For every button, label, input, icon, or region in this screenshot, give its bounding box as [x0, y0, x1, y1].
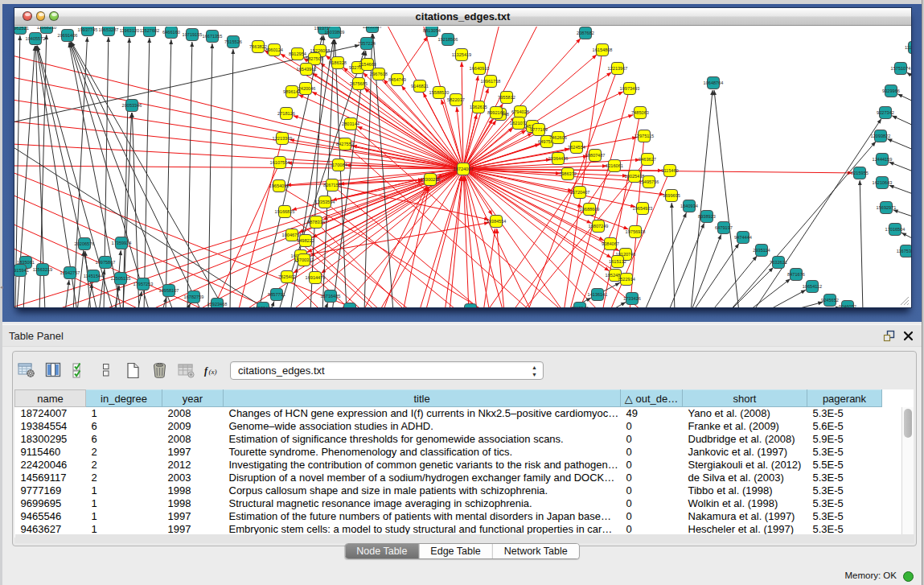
table-row[interactable]: 969969511998Structural magnetic resonanc… [15, 497, 882, 510]
graph-node[interactable]: 5822037 [447, 94, 465, 106]
graph-node[interactable]: 16914479 [306, 272, 326, 284]
graph-node[interactable]: 20691406 [58, 30, 78, 42]
graph-node[interactable]: 19654923 [633, 203, 653, 215]
graph-node[interactable]: 6794028 [511, 106, 529, 118]
graph-node[interactable]: 8454749 [388, 74, 406, 86]
graph-node[interactable]: 11563219 [33, 264, 52, 276]
graph-node[interactable]: 10648764 [704, 77, 724, 89]
black-edge[interactable] [765, 290, 806, 307]
graph-node[interactable]: 10688609 [580, 204, 600, 216]
column-header-pagerank[interactable]: pagerank [807, 390, 882, 407]
graph-node[interactable]: 2935114 [753, 245, 770, 257]
graph-node[interactable]: 11527602 [140, 27, 159, 37]
graph-node[interactable]: 9463627 [639, 154, 656, 166]
select-all-icon[interactable] [71, 360, 88, 380]
graph-node[interactable]: 8912954 [289, 48, 306, 60]
black-edge[interactable] [187, 42, 192, 307]
graph-node[interactable]: 1615132 [609, 256, 626, 268]
graph-node[interactable]: 16640910 [470, 63, 490, 75]
graph-node[interactable]: 9699695 [663, 190, 680, 202]
graph-node[interactable]: 9777169 [530, 124, 548, 136]
red-edge[interactable] [463, 169, 477, 307]
graph-node[interactable]: 8471676 [787, 269, 805, 281]
graph-node[interactable]: 9896142 [283, 86, 301, 98]
graph-node[interactable]: 8267150 [323, 179, 341, 192]
select-columns-icon[interactable] [44, 360, 62, 380]
black-edge[interactable] [729, 142, 876, 307]
graph-node[interactable]: 20364436 [548, 153, 569, 165]
tab-edge-table[interactable]: Edge Table [419, 544, 492, 558]
graph-node[interactable]: 10719155 [183, 29, 203, 41]
graph-node[interactable]: 17359924 [112, 237, 132, 249]
graph-node[interactable]: 10958107 [159, 285, 179, 297]
close-panel-icon[interactable] [903, 331, 914, 341]
graph-node[interactable]: 9329966 [882, 85, 900, 97]
graph-node[interactable]: 3624554 [568, 142, 585, 154]
network-canvas[interactable]: 9962521104055721156821020691406199377451… [14, 27, 911, 307]
red-edge[interactable] [450, 169, 463, 307]
graph-node[interactable]: 11675345 [897, 245, 911, 257]
graph-node[interactable]: 9474444 [734, 232, 752, 244]
graph-node[interactable]: 9962521 [14, 27, 29, 35]
graph-node[interactable]: 10807487 [585, 150, 606, 162]
graph-node[interactable]: 11120387 [905, 42, 911, 54]
graph-node[interactable]: 2718126 [277, 108, 295, 120]
graph-node[interactable]: 9857791 [268, 289, 285, 301]
graph-node[interactable]: 19218506 [438, 34, 458, 46]
network-window-titlebar[interactable]: citations_edges.txt [14, 8, 911, 26]
graph-node[interactable]: 6216061 [606, 160, 623, 172]
graph-node[interactable]: 8878334 [307, 216, 325, 229]
graph-node[interactable]: 10654112 [803, 281, 822, 293]
graph-node[interactable]: 8960124 [265, 44, 283, 56]
graph-node[interactable]: 12093822 [871, 130, 891, 142]
graph-node[interactable]: 9227342 [877, 107, 894, 119]
red-edge[interactable] [463, 27, 499, 169]
graph-node[interactable]: 1733426 [623, 293, 641, 305]
graph-node[interactable]: 9246052 [839, 301, 856, 308]
graph-node[interactable]: 14569117 [461, 304, 480, 308]
graph-node[interactable]: 12923468 [207, 299, 228, 308]
graph-node[interactable]: 16210643 [873, 177, 893, 189]
table-row[interactable]: 1938455462009Genome–wide association stu… [15, 420, 882, 433]
red-edge[interactable] [463, 169, 564, 307]
graph-node[interactable]: 1362615 [470, 101, 487, 113]
graph-node[interactable]: 9245652 [821, 295, 839, 307]
column-header-title[interactable]: title [224, 390, 621, 407]
black-edge[interactable] [860, 180, 863, 307]
graph-node[interactable]: 8427552 [336, 138, 354, 150]
graph-node[interactable]: 6466160 [162, 27, 180, 39]
graph-node[interactable]: 20053346 [122, 100, 142, 112]
graph-node[interactable]: 12942757 [60, 267, 80, 279]
red-edge[interactable] [403, 187, 429, 307]
table-row[interactable]: 946554611997Estimation of the future num… [15, 510, 882, 523]
graph-node[interactable]: 7632621 [770, 257, 787, 269]
column-header-year[interactable]: year [162, 390, 224, 407]
graph-node[interactable]: 9498222 [297, 235, 314, 247]
graph-node[interactable]: 8992166 [487, 107, 505, 119]
graph-node[interactable]: 7663822 [249, 41, 267, 53]
black-edge[interactable] [144, 38, 150, 307]
graph-node[interactable]: 10653287 [99, 27, 119, 36]
float-panel-icon[interactable] [883, 330, 895, 342]
graph-node[interactable]: 7625402 [278, 271, 296, 283]
window-resize-grip[interactable] [900, 296, 910, 306]
graph-node[interactable]: 2087682 [577, 27, 594, 39]
table-row[interactable]: 1830029562008Estimation of significance … [15, 433, 882, 446]
graph-node[interactable]: 17016504 [885, 224, 906, 236]
black-edge[interactable] [671, 203, 675, 307]
graph-node[interactable]: 8938923 [698, 211, 716, 223]
graph-node[interactable]: 7357224 [358, 38, 376, 50]
graph-node[interactable]: 2803144 [342, 118, 359, 130]
table-row[interactable]: 977716911998Corpus callosum shape and si… [15, 484, 882, 497]
graph-node[interactable]: 11963120 [120, 27, 139, 37]
red-edge[interactable] [279, 179, 423, 186]
graph-node[interactable]: 10973493 [620, 83, 640, 95]
black-edge[interactable] [69, 43, 121, 307]
black-edge[interactable] [166, 39, 171, 307]
graph-node[interactable]: 9084067 [602, 238, 619, 250]
graph-node[interactable]: 7462606 [549, 132, 567, 144]
graph-node[interactable]: 8215955 [851, 167, 869, 179]
black-edge[interactable] [644, 212, 686, 307]
column-header-indegree[interactable]: in_degree [86, 390, 162, 407]
graph-node[interactable]: 19166825 [275, 206, 295, 218]
